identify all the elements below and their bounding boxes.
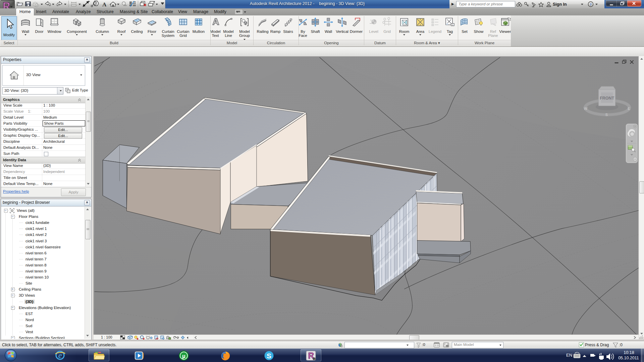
svg-text:Sign In: Sign In bbox=[553, 2, 567, 7]
svg-text:W: W bbox=[584, 107, 588, 111]
svg-text:E: E bbox=[628, 107, 630, 111]
svg-text:µ: µ bbox=[182, 353, 185, 359]
svg-text:A: A bbox=[313, 358, 315, 360]
svg-text:?: ? bbox=[590, 2, 592, 6]
svg-text:A: A bbox=[102, 1, 107, 8]
svg-text:FRONT: FRONT bbox=[600, 96, 614, 101]
svg-text:S: S bbox=[605, 113, 608, 117]
svg-text:S: S bbox=[267, 352, 271, 360]
